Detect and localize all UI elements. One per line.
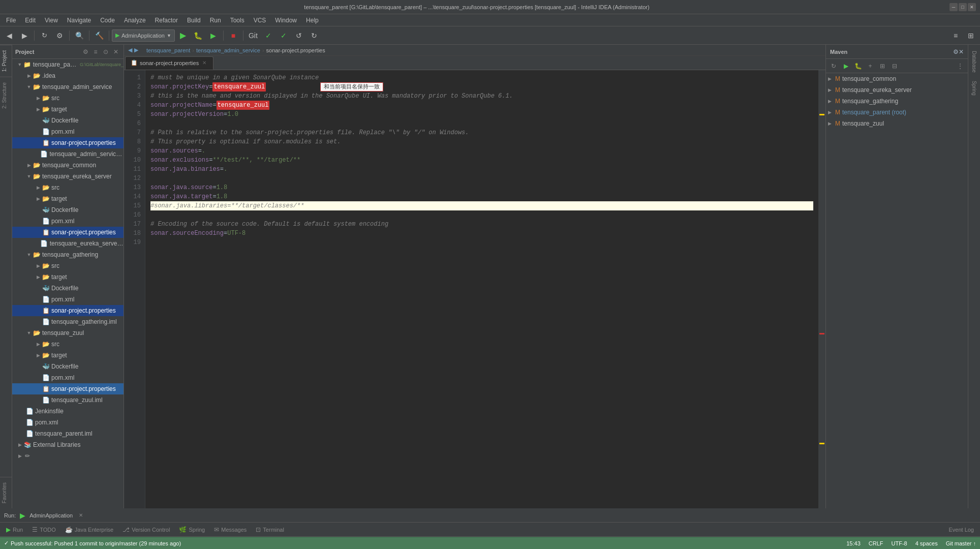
tree-item-zuul-src[interactable]: ▶ 📂 src — [12, 339, 124, 350]
tree-item-gathering-target[interactable]: ▶ 📂 target — [12, 271, 124, 283]
search-everywhere-button[interactable]: 🔍 — [72, 28, 86, 43]
gear-icon[interactable]: ⊙ — [101, 47, 110, 56]
menu-vcs[interactable]: VCS — [250, 16, 270, 25]
tree-item-admin-target[interactable]: ▶ 📂 target — [12, 104, 124, 115]
close-panel-icon[interactable]: ✕ — [111, 47, 120, 56]
menu-code[interactable]: Code — [96, 16, 119, 25]
bottom-tab-todo[interactable]: ☰ TODO — [28, 523, 60, 536]
bottom-tab-terminal[interactable]: ⊡ Terminal — [252, 523, 288, 536]
bottom-tab-event-log[interactable]: Event Log — [944, 523, 978, 536]
tree-item-gathering-dockerfile[interactable]: 🐳 Dockerfile — [12, 283, 124, 294]
maven-item-zuul[interactable]: ▶ M tensquare_zuul — [826, 118, 968, 129]
cog-icon[interactable]: ⚙ — [81, 47, 90, 56]
tree-item-external-libs[interactable]: ▶ 📚 External Libraries — [12, 439, 124, 450]
breadcrumb-part-1[interactable]: tensquare_parent — [146, 47, 190, 53]
tree-item-gathering[interactable]: ▼ 📂 tensquare_gathering — [12, 249, 124, 260]
hammer-build-button[interactable]: 🔨 — [92, 28, 106, 43]
tree-item-eureka[interactable]: ▼ 📂 tensquare_eureka_server — [12, 171, 124, 182]
right-tab-database[interactable]: Database — [969, 47, 979, 77]
line-ending[interactable]: CRLF — [869, 540, 883, 546]
tree-item-admin-iml[interactable]: 📄 tensquare_admin_service.iml — [12, 148, 124, 160]
tree-item-root-pom[interactable]: 📄 pom.xml — [12, 417, 124, 428]
debug-button[interactable]: 🐛 — [191, 28, 205, 43]
undo-button[interactable]: ↺ — [292, 28, 306, 43]
maven-item-eureka[interactable]: ▶ M tensquare_eureka_server — [826, 84, 968, 96]
tree-item-gathering-iml[interactable]: 📄 tensquare_gathering.iml — [12, 316, 124, 327]
maven-expand-all-icon[interactable]: ⊞ — [877, 60, 888, 72]
menu-build[interactable]: Build — [183, 16, 205, 25]
charset[interactable]: UTF-8 — [892, 540, 907, 546]
maven-item-gathering[interactable]: ▶ M tensquare_gathering — [826, 96, 968, 107]
editor-tab-sonar[interactable]: 📋 sonar-project.properties ✕ — [125, 56, 213, 70]
tree-item-eureka-target[interactable]: ▶ 📂 target — [12, 193, 124, 204]
tree-item-admin-service[interactable]: ▼ 📂 tensquare_admin_service — [12, 81, 124, 93]
maven-item-parent[interactable]: ▶ M tensquare_parent (root) — [826, 107, 968, 118]
settings-icon[interactable]: ≡ — [91, 47, 100, 56]
tree-item-zuul-iml[interactable]: 📄 tensquare_zuul.iml — [12, 394, 124, 406]
toolbar-right-1[interactable]: ≡ — [948, 28, 963, 43]
bottom-tab-spring[interactable]: 🌿 Spring — [175, 523, 209, 536]
tree-item-eureka-pom[interactable]: 📄 pom.xml — [12, 216, 124, 227]
tree-item-jenkinsfile[interactable]: 📄 Jenkinsfile — [12, 406, 124, 417]
tree-item-common[interactable]: ▶ 📂 tensquare_common — [12, 160, 124, 171]
toolbar-right-2[interactable]: ⊞ — [964, 28, 978, 43]
tree-item-zuul-sonar[interactable]: 📋 sonar-project.properties — [12, 383, 124, 394]
tab-close-button[interactable]: ✕ — [201, 59, 208, 67]
menu-view[interactable]: View — [41, 16, 62, 25]
sync-button[interactable]: ↻ — [37, 28, 51, 43]
maven-more-icon[interactable]: ⋮ — [955, 60, 966, 72]
run-button[interactable]: ▶ — [176, 28, 190, 43]
maven-debug-icon[interactable]: 🐛 — [852, 60, 864, 72]
close-button[interactable]: ✕ — [968, 3, 976, 11]
maven-close-icon[interactable]: ✕ — [959, 48, 964, 55]
menu-tools[interactable]: Tools — [226, 16, 249, 25]
tree-item-eureka-iml[interactable]: 📄 tensquare_eureka_server.iml — [12, 238, 124, 249]
right-tab-spring[interactable]: Spring — [969, 77, 979, 100]
stop-button[interactable]: ■ — [226, 28, 240, 43]
tree-item-parent-iml[interactable]: 📄 tensquare_parent.iml — [12, 428, 124, 439]
menu-window[interactable]: Window — [271, 16, 301, 25]
cursor-position[interactable]: 15:43 — [846, 540, 861, 546]
maven-reload-icon[interactable]: ↻ — [828, 60, 839, 72]
breadcrumb-nav-forward[interactable]: ▶ — [134, 47, 138, 53]
run-tab-close[interactable]: ✕ — [79, 512, 83, 518]
redo-button[interactable]: ↻ — [307, 28, 321, 43]
code-editor[interactable]: # must be unique in a given SonarQube in… — [145, 70, 818, 508]
maven-add-icon[interactable]: + — [865, 60, 876, 72]
tree-item-gathering-pom[interactable]: 📄 pom.xml — [12, 294, 124, 305]
bottom-tab-version-control[interactable]: ⎇ Version Control — [118, 523, 174, 536]
editor-scrollbar[interactable] — [818, 70, 825, 508]
menu-help[interactable]: Help — [302, 16, 323, 25]
tree-item-zuul-dockerfile[interactable]: 🐳 Dockerfile — [12, 361, 124, 372]
tree-item-zuul-pom[interactable]: 📄 pom.xml — [12, 372, 124, 383]
coverage-button[interactable]: ▶ — [206, 28, 221, 43]
maven-item-common[interactable]: ▶ M tensquare_common — [826, 73, 968, 84]
checkmark-button[interactable]: ✓ — [261, 28, 275, 43]
tree-item-admin-src[interactable]: ▶ 📂 src — [12, 93, 124, 104]
tree-item-admin-sonar[interactable]: 📋 sonar-project.properties — [12, 137, 124, 148]
maven-settings-icon[interactable]: ⚙ — [953, 48, 959, 55]
indent-info[interactable]: 4 spaces — [915, 540, 938, 546]
settings-button[interactable]: ⚙ — [52, 28, 67, 43]
tree-item-scratches[interactable]: ▶ ✏ — [12, 450, 124, 462]
checkmark2-button[interactable]: ✓ — [277, 28, 291, 43]
tree-item-idea[interactable]: ▶ 📂 .idea — [12, 70, 124, 81]
git-branch[interactable]: Git master ↑ — [946, 540, 976, 546]
menu-analyze[interactable]: Analyze — [120, 16, 150, 25]
left-tab-favorites[interactable]: Favorites — [0, 477, 12, 508]
bottom-tab-run[interactable]: ▶ Run — [2, 523, 27, 536]
menu-edit[interactable]: Edit — [21, 16, 40, 25]
back-button[interactable]: ◀ — [2, 28, 16, 43]
bottom-tab-messages[interactable]: ✉ Messages — [210, 523, 251, 536]
menu-run[interactable]: Run — [206, 16, 225, 25]
tree-item-zuul-target[interactable]: ▶ 📂 target — [12, 350, 124, 361]
bottom-tab-java-enterprise[interactable]: ☕ Java Enterprise — [61, 523, 117, 536]
tree-item-admin-dockerfile[interactable]: 🐳 Dockerfile — [12, 115, 124, 126]
menu-navigate[interactable]: Navigate — [63, 16, 95, 25]
menu-file[interactable]: File — [2, 16, 20, 25]
menu-refactor[interactable]: Refactor — [151, 16, 182, 25]
maven-run-icon[interactable]: ▶ — [840, 60, 851, 72]
breadcrumb-nav-back[interactable]: ◀ — [128, 47, 132, 53]
run-config-dropdown[interactable]: ▶ AdminApplication ▼ — [112, 29, 175, 42]
tree-item-admin-pom[interactable]: 📄 pom.xml — [12, 126, 124, 137]
